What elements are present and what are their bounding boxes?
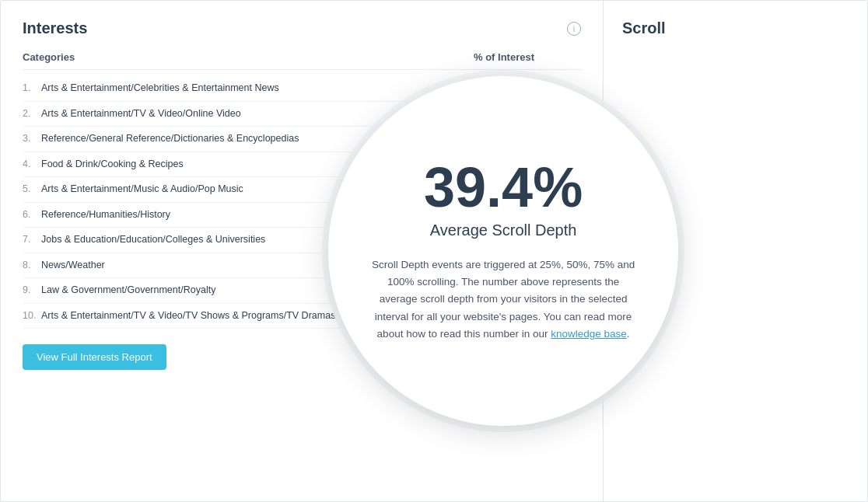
item-num-8: 9.: [23, 284, 37, 295]
item-num-3: 4.: [23, 158, 37, 169]
item-left-3: 4. Food & Drink/Cooking & Recipes: [23, 158, 184, 172]
item-left-1: 2. Arts & Entertainment/TV & Video/Onlin…: [23, 107, 241, 121]
item-label-9: Arts & Entertainment/TV & Video/TV Shows…: [41, 309, 335, 323]
item-left-6: 7. Jobs & Education/Education/Colleges &…: [23, 233, 265, 247]
scroll-title: Scroll: [622, 19, 666, 37]
item-pct-9: 1.34%: [511, 310, 538, 321]
interest-item: 4. Food & Drink/Cooking & Recipes: [23, 152, 581, 178]
interest-item: 7. Jobs & Education/Education/Colleges &…: [23, 228, 581, 253]
main-container: Interests i Categories % of Interest 1. …: [0, 0, 868, 502]
item-num-4: 5.: [23, 183, 37, 194]
interest-item: 2. Arts & Entertainment/TV & Video/Onlin…: [23, 102, 581, 127]
item-left-0: 1. Arts & Entertainment/Celebrities & En…: [23, 82, 279, 96]
interest-item: 6. Reference/Humanities/History: [23, 203, 581, 228]
interest-item: 3. Reference/General Reference/Dictionar…: [23, 127, 581, 152]
interest-item: 8. News/Weather: [23, 253, 581, 279]
item-left-5: 6. Reference/Humanities/History: [23, 208, 170, 222]
table-header: Categories % of Interest: [23, 51, 581, 70]
item-label-3: Food & Drink/Cooking & Recipes: [41, 158, 184, 172]
info-icon[interactable]: i: [567, 22, 581, 36]
item-num-1: 2.: [23, 107, 37, 119]
item-label-5: Reference/Humanities/History: [41, 208, 170, 222]
interests-title: Interests: [23, 19, 87, 37]
item-pct-1: 2.74%: [511, 108, 538, 119]
interest-item: 5. Arts & Entertainment/Music & Audio/Po…: [23, 177, 581, 203]
interest-list: 1. Arts & Entertainment/Celebrities & En…: [23, 76, 581, 329]
item-label-8: Law & Government/Government/Royalty: [41, 284, 215, 298]
item-left-9: 10. Arts & Entertainment/TV & Video/TV S…: [23, 309, 335, 323]
item-num-2: 3.: [23, 132, 37, 144]
col-categories-label: Categories: [23, 51, 75, 63]
interests-panel: Interests i Categories % of Interest 1. …: [1, 1, 603, 501]
item-label-2: Reference/General Reference/Dictionaries…: [41, 132, 299, 146]
item-label-0: Arts & Entertainment/Celebrities & Enter…: [41, 82, 279, 96]
item-left-8: 9. Law & Government/Government/Royalty: [23, 284, 215, 298]
item-num-7: 8.: [23, 259, 37, 270]
interest-item: 9. Law & Government/Government/Royalty 1…: [23, 278, 581, 304]
item-pct-8: 1.4: [525, 285, 538, 296]
item-pct-2: 2: [533, 134, 538, 145]
item-num-5: 6.: [23, 208, 37, 220]
item-left-2: 3. Reference/General Reference/Dictionar…: [23, 132, 299, 146]
col-interest-label: % of Interest: [474, 51, 534, 63]
item-num-0: 1.: [23, 82, 37, 93]
item-label-7: News/Weather: [41, 259, 105, 273]
view-full-interests-button[interactable]: View Full Interests Report: [23, 344, 166, 370]
item-left-7: 8. News/Weather: [23, 259, 105, 273]
interest-item: 1. Arts & Entertainment/Celebrities & En…: [23, 76, 581, 102]
item-pct-0: 4.86%: [511, 83, 538, 94]
interest-item: 10. Arts & Entertainment/TV & Video/TV S…: [23, 304, 581, 329]
item-label-1: Arts & Entertainment/TV & Video/Online V…: [41, 107, 241, 121]
item-num-9: 10.: [23, 309, 37, 321]
item-num-6: 7.: [23, 233, 37, 245]
item-left-4: 5. Arts & Entertainment/Music & Audio/Po…: [23, 183, 243, 197]
interests-header: Interests i: [23, 19, 581, 37]
item-label-6: Jobs & Education/Education/Colleges & Un…: [41, 233, 265, 247]
item-label-4: Arts & Entertainment/Music & Audio/Pop M…: [41, 183, 243, 197]
scroll-panel: Scroll: [603, 1, 867, 501]
